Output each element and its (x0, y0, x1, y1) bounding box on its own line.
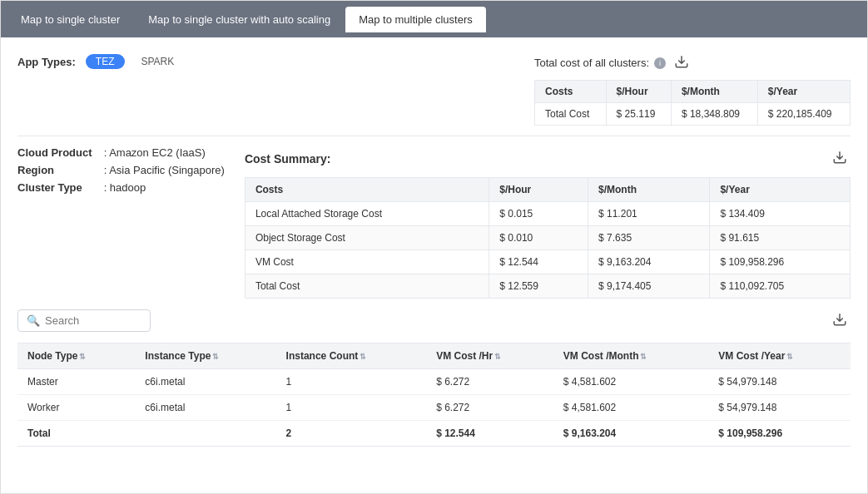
instance-count: 1 (276, 395, 427, 421)
node-type: Worker (17, 395, 135, 421)
total-cost-row-label: Total Cost (535, 103, 607, 126)
summary-row: Total Cost $ 12.559 $ 9,174.405 $ 110,09… (245, 274, 850, 299)
sort-icon-costhr: ⇅ (494, 353, 501, 361)
summary-row: Local Attached Storage Cost $ 0.015 $ 11… (245, 202, 850, 226)
tab-single-cluster[interactable]: Map to single cluster (7, 7, 133, 32)
sort-icon-costyear: ⇅ (786, 353, 793, 361)
region-label: Region (17, 164, 101, 176)
total-cost-row-month: $ 18,348.809 (671, 103, 757, 126)
node-col-count: Instance Count⇅ (276, 343, 427, 369)
middle-section: Cloud Product : Amazon EC2 (IaaS) Region… (17, 146, 851, 299)
node-col-costyear: VM Cost /Year⇅ (708, 343, 851, 369)
total-cost-row-year: $ 220,185.409 (757, 103, 850, 126)
search-row: 🔍 (17, 309, 851, 333)
total-cost-col-month: $/Month (671, 81, 757, 103)
summary-row: Object Storage Cost $ 0.010 $ 7.635 $ 91… (245, 226, 850, 250)
node-table-row: Master c6i.metal 1 $ 6.272 $ 4,581.602 $… (17, 369, 851, 395)
instance-type: c6i.metal (135, 395, 275, 421)
total-cost-hr: $ 12.544 (426, 421, 553, 447)
sort-icon-nodetype: ⇅ (79, 353, 86, 361)
total-cost-month: $ 9,163.204 (553, 421, 709, 447)
summary-row-month: $ 9,163.204 (588, 250, 710, 274)
total-cost-year: $ 109,958.296 (708, 421, 851, 447)
node-type: Master (17, 369, 135, 395)
summary-col-month: $/Month (588, 178, 710, 202)
cost-summary-download-button[interactable] (829, 146, 851, 170)
total-count: 2 (276, 421, 427, 447)
summary-row-month: $ 11.201 (588, 202, 710, 226)
summary-col-hour: $/Hour (489, 178, 588, 202)
vm-cost-year: $ 54,979.148 (708, 369, 851, 395)
sort-icon-costmonth: ⇅ (640, 353, 647, 361)
cluster-info: Cloud Product : Amazon EC2 (IaaS) Region… (17, 146, 225, 299)
summary-col-year: $/Year (710, 178, 851, 202)
vm-cost-month: $ 4,581.602 (553, 395, 709, 421)
total-cost-table: Costs $/Hour $/Month $/Year Total Cost $… (534, 80, 851, 126)
app-types-row: App Types: TEZ SPARK (17, 54, 181, 69)
sort-icon-count: ⇅ (360, 353, 366, 361)
cluster-type-label: Cluster Type (17, 181, 101, 194)
summary-row-hour: $ 0.015 (489, 202, 588, 226)
node-col-costmonth: VM Cost /Month⇅ (553, 343, 709, 369)
node-table: Node Type⇅ Instance Type⇅ Instance Count… (17, 343, 851, 447)
total-cost-panel: Total cost of all clusters: i Costs $/Ho… (534, 51, 851, 126)
total-cost-col-hour: $/Hour (606, 81, 671, 103)
node-col-costhr: VM Cost /Hr⇅ (426, 343, 553, 369)
summary-row-year: $ 109,958.296 (710, 250, 851, 274)
sort-icon-instance: ⇅ (212, 353, 219, 361)
summary-row-year: $ 134.409 (710, 202, 851, 226)
cost-summary-panel: Cost Summary: Costs $/Hour $/Month $/Ye (245, 146, 851, 299)
node-col-type: Node Type⇅ (17, 343, 135, 369)
node-table-header-row: Node Type⇅ Instance Type⇅ Instance Count… (17, 343, 851, 369)
top-section: App Types: TEZ SPARK Total cost of all c… (17, 51, 851, 126)
total-cost-header: Total cost of all clusters: i (534, 51, 851, 75)
app-types-label: App Types: (17, 56, 76, 68)
cluster-type-value: : hadoop (104, 181, 146, 194)
cost-summary-title: Cost Summary: (245, 152, 330, 165)
vm-cost-year: $ 54,979.148 (708, 395, 851, 421)
summary-row-year: $ 110,092.705 (710, 274, 851, 299)
badge-tez[interactable]: TEZ (86, 54, 125, 69)
node-table-download-button[interactable] (829, 309, 851, 333)
summary-row: VM Cost $ 12.544 $ 9,163.204 $ 109,958.2… (245, 250, 850, 274)
total-cost-row: Total Cost $ 25.119 $ 18,348.809 $ 220,1… (535, 103, 851, 126)
total-cost-col-costs: Costs (535, 81, 607, 103)
node-total-row: Total 2 $ 12.544 $ 9,163.204 $ 109,958.2… (17, 421, 851, 447)
summary-row-label: Local Attached Storage Cost (245, 202, 489, 226)
app-container: Map to single cluster Map to single clus… (0, 0, 868, 494)
total-cost-download-button[interactable] (671, 51, 692, 75)
search-icon: 🔍 (27, 314, 40, 327)
main-content: App Types: TEZ SPARK Total cost of all c… (1, 37, 867, 493)
vm-cost-hr: $ 6.272 (426, 369, 553, 395)
summary-row-label: Total Cost (245, 274, 489, 299)
search-input[interactable] (45, 314, 141, 327)
cloud-product-value: : Amazon EC2 (IaaS) (104, 146, 206, 159)
cost-summary-table: Costs $/Hour $/Month $/Year Local Attach… (245, 177, 851, 299)
summary-col-costs: Costs (245, 178, 489, 202)
cloud-product-label: Cloud Product (17, 146, 101, 159)
node-col-instance: Instance Type⇅ (135, 343, 275, 369)
total-cost-col-year: $/Year (757, 81, 850, 103)
cluster-type-row: Cluster Type : hadoop (17, 181, 225, 194)
node-table-row: Worker c6i.metal 1 $ 6.272 $ 4,581.602 $… (17, 395, 851, 421)
cost-summary-header: Cost Summary: (245, 146, 851, 170)
region-value: : Asia Pacific (Singapore) (104, 164, 225, 176)
search-box[interactable]: 🔍 (17, 309, 151, 332)
info-icon: i (654, 57, 666, 69)
vm-cost-hr: $ 6.272 (426, 395, 553, 421)
total-cost-row-hour: $ 25.119 (606, 103, 671, 126)
tab-bar: Map to single cluster Map to single clus… (1, 1, 867, 37)
tab-multiple-clusters[interactable]: Map to multiple clusters (345, 7, 486, 32)
summary-row-hour: $ 12.559 (489, 274, 588, 299)
instance-count: 1 (276, 369, 427, 395)
vm-cost-month: $ 4,581.602 (553, 369, 709, 395)
summary-row-hour: $ 12.544 (489, 250, 588, 274)
summary-row-label: VM Cost (245, 250, 489, 274)
summary-row-year: $ 91.615 (710, 226, 851, 250)
tab-single-auto-scaling[interactable]: Map to single cluster with auto scaling (135, 7, 344, 32)
total-instance-type (135, 421, 275, 447)
summary-row-month: $ 7.635 (588, 226, 710, 250)
badge-spark[interactable]: SPARK (135, 54, 181, 69)
divider-1 (17, 136, 851, 136)
summary-row-month: $ 9,174.405 (588, 274, 710, 299)
